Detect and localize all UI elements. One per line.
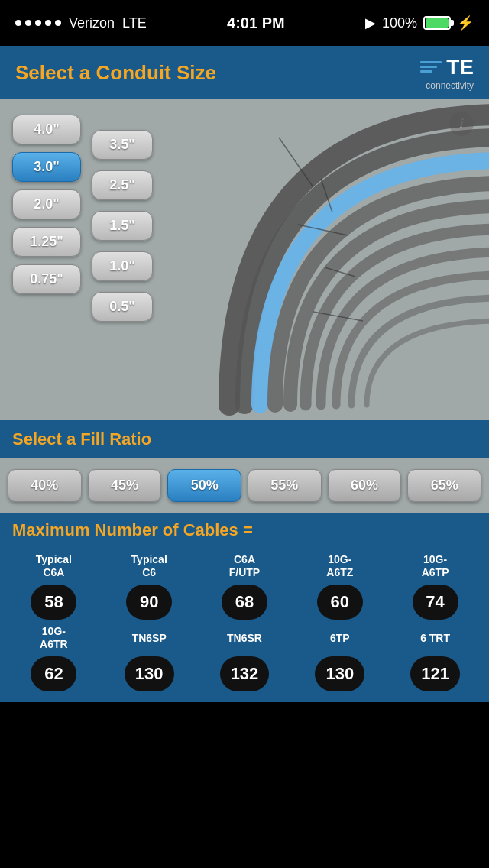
app-container: Select a Conduit Size TE connectivity i … — [0, 46, 489, 702]
conduit-btn-1-5[interactable]: 1.5" — [92, 211, 153, 241]
fill-btn-55[interactable]: 55% — [248, 469, 322, 502]
col-header-typical-c6a: TypicalC6A — [36, 552, 72, 580]
conduit-btn-1-0[interactable]: 1.0" — [92, 251, 153, 281]
col-value-10g-a6tz: 60 — [317, 585, 363, 620]
col-header-10g-a6tp: 10G-A6TP — [422, 552, 449, 580]
fill-btn-45[interactable]: 45% — [88, 469, 162, 502]
time-label: 4:01 PM — [227, 15, 285, 32]
location-icon: ▶ — [365, 15, 376, 31]
conduit-btn-1-25[interactable]: 1.25" — [12, 227, 81, 257]
status-bar: Verizon LTE 4:01 PM ▶ 100% ⚡ — [0, 0, 489, 46]
conduit-right-buttons: 3.5" 2.5" 1.5" 1.0" 0.5" — [92, 130, 153, 322]
results-col-10g-a6tr: 10G-A6TR 62 — [8, 624, 100, 691]
network-label: LTE — [122, 15, 147, 31]
results-row-1: TypicalC6A 58 TypicalC6 90 C6AF/UTP 68 1… — [8, 552, 481, 620]
conduit-btn-3[interactable]: 3.0" — [12, 152, 81, 182]
app-header: Select a Conduit Size TE connectivity — [0, 46, 489, 99]
results-col-tn6sr: TN6SR 132 — [199, 624, 291, 691]
results-col-10g-a6tz: 10G-A6TZ 60 — [293, 552, 386, 620]
fill-ratio-buttons: 40% 45% 50% 55% 60% 65% — [0, 458, 489, 513]
col-header-10g-a6tz: 10G-A6TZ — [326, 552, 353, 580]
results-col-typical-c6a: TypicalC6A 58 — [8, 552, 100, 620]
lightning-icon: ⚡ — [457, 15, 474, 31]
page-title: Select a Conduit Size — [15, 61, 216, 85]
col-value-10g-a6tp: 74 — [413, 585, 458, 620]
te-logo: TE connectivity — [420, 55, 474, 91]
conduit-selection-area: i 4.0" 3.0" 2.0" 1.25" 0.75" 3.5" 2.5" 1… — [0, 99, 489, 420]
col-value-typical-c6: 90 — [126, 585, 172, 620]
conduit-left-buttons: 4.0" 3.0" 2.0" 1.25" 0.75" — [12, 115, 81, 294]
col-header-tn6sr: TN6SR — [227, 624, 262, 652]
carrier-label: Verizon — [69, 15, 115, 31]
results-col-6trt: 6 TRT 121 — [389, 624, 481, 691]
fill-ratio-header: Select a Fill Ratio — [0, 420, 489, 458]
fill-btn-40[interactable]: 40% — [8, 469, 82, 502]
col-value-typical-c6a: 58 — [31, 585, 76, 620]
conduit-btn-3-5[interactable]: 3.5" — [92, 130, 153, 160]
te-lines-icon — [420, 61, 442, 73]
signal-dots — [15, 20, 61, 26]
battery-icon — [423, 16, 451, 30]
te-sub-text: connectivity — [426, 80, 474, 91]
conduit-btn-0-5[interactable]: 0.5" — [92, 292, 153, 322]
col-value-6tp: 130 — [315, 656, 364, 691]
conduit-btn-2-5[interactable]: 2.5" — [92, 170, 153, 200]
status-right: ▶ 100% ⚡ — [365, 15, 474, 31]
col-header-typical-c6: TypicalC6 — [131, 552, 167, 580]
col-value-6trt: 121 — [410, 656, 460, 691]
col-header-6tp: 6TP — [330, 624, 350, 652]
col-header-10g-a6tr: 10G-A6TR — [40, 624, 68, 652]
conduit-btn-4[interactable]: 4.0" — [12, 115, 81, 144]
results-col-6tp: 6TP 130 — [293, 624, 386, 691]
te-brand-text: TE — [446, 55, 474, 79]
battery-label: 100% — [382, 15, 417, 31]
col-value-10g-a6tr: 62 — [31, 656, 76, 691]
col-header-c6a-futp: C6AF/UTP — [229, 552, 260, 580]
fill-btn-60[interactable]: 60% — [328, 469, 402, 502]
col-value-tn6sp: 130 — [125, 656, 174, 691]
results-col-typical-c6: TypicalC6 90 — [103, 552, 196, 620]
results-col-c6a-futp: C6AF/UTP 68 — [199, 552, 291, 620]
fill-btn-65[interactable]: 65% — [407, 469, 481, 502]
results-table: TypicalC6A 58 TypicalC6 90 C6AF/UTP 68 1… — [0, 546, 489, 702]
results-col-10g-a6tp: 10G-A6TP 74 — [389, 552, 481, 620]
conduit-arc-visualization — [214, 99, 489, 420]
results-header: Maximum Number of Cables = — [0, 513, 489, 546]
results-col-tn6sp: TN6SP 130 — [103, 624, 196, 691]
status-left: Verizon LTE — [15, 15, 147, 31]
col-value-tn6sr: 132 — [220, 656, 270, 691]
col-header-tn6sp: TN6SP — [132, 624, 167, 652]
fill-btn-50[interactable]: 50% — [167, 469, 241, 502]
fill-ratio-title: Select a Fill Ratio — [12, 429, 151, 449]
col-header-6trt: 6 TRT — [420, 624, 450, 652]
conduit-btn-0-75[interactable]: 0.75" — [12, 264, 81, 294]
results-title: Maximum Number of Cables = — [12, 520, 477, 540]
col-value-c6a-futp: 68 — [222, 585, 267, 620]
conduit-btn-2[interactable]: 2.0" — [12, 189, 81, 219]
results-row-2: 10G-A6TR 62 TN6SP 130 TN6SR 132 6TP 130 … — [8, 624, 481, 691]
